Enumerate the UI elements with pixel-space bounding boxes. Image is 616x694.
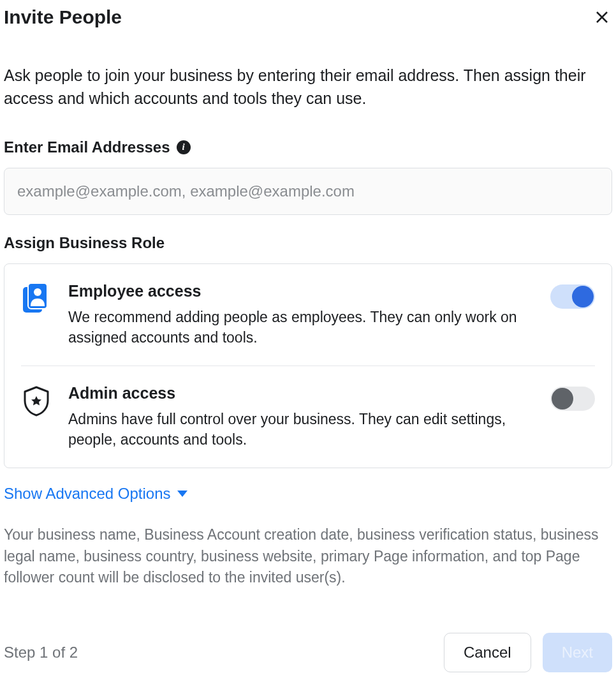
email-section-label: Enter Email Addresses i <box>4 138 612 156</box>
close-button[interactable] <box>592 7 612 27</box>
disclosure-text: Your business name, Business Account cre… <box>4 524 612 588</box>
close-icon <box>594 10 610 25</box>
svg-point-4 <box>34 288 41 296</box>
admin-role-desc: Admins have full control over your busin… <box>68 409 534 450</box>
admin-access-toggle[interactable] <box>550 387 595 411</box>
employee-role-desc: We recommend adding people as employees.… <box>68 307 534 348</box>
info-icon[interactable]: i <box>177 140 191 154</box>
roles-box: Employee access We recommend adding peop… <box>4 263 612 469</box>
employee-badge-icon <box>21 282 52 313</box>
caret-down-icon <box>177 491 187 497</box>
employee-role-title: Employee access <box>68 282 534 300</box>
role-row-employee: Employee access We recommend adding peop… <box>21 264 595 365</box>
role-section-label: Assign Business Role <box>4 234 612 252</box>
advanced-link-label: Show Advanced Options <box>4 485 171 503</box>
role-label-text: Assign Business Role <box>4 234 165 252</box>
cancel-button[interactable]: Cancel <box>444 633 531 672</box>
admin-shield-icon <box>21 384 52 417</box>
role-row-admin: Admin access Admins have full control ov… <box>21 365 595 468</box>
next-button[interactable]: Next <box>543 633 612 672</box>
employee-access-toggle[interactable] <box>550 284 595 309</box>
admin-role-title: Admin access <box>68 384 534 402</box>
intro-text: Ask people to join your business by ente… <box>4 64 612 110</box>
email-label-text: Enter Email Addresses <box>4 138 170 156</box>
show-advanced-options-link[interactable]: Show Advanced Options <box>4 485 187 503</box>
dialog-title: Invite People <box>4 6 122 28</box>
step-indicator: Step 1 of 2 <box>4 644 78 661</box>
email-input[interactable] <box>4 168 612 215</box>
